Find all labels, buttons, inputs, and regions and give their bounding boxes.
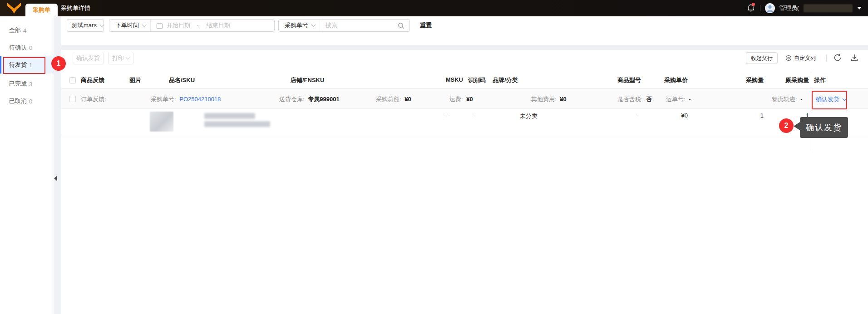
sidebar-label: 已完成 — [9, 80, 27, 88]
sidebar-item-completed[interactable]: 已完成 3 — [0, 75, 54, 93]
product-sku-redacted — [204, 121, 270, 127]
po-number-label: 采购单号: — [151, 96, 176, 103]
col-header-identify-code: 识别码 — [459, 76, 486, 84]
cell-msku: - — [415, 112, 447, 119]
row-checkbox[interactable] — [69, 96, 76, 102]
confirm-ship-label: 确认发货 — [76, 54, 100, 62]
topbar-right-cluster: 管理员( — [746, 0, 862, 16]
section-gap — [61, 45, 868, 50]
cell-identify-code: - — [447, 112, 476, 119]
waybill-value: - — [689, 96, 690, 103]
tab-purchase-order-detail[interactable]: 采购单详情 — [54, 0, 97, 16]
col-header-unit-price: 采购单价 — [651, 76, 688, 84]
chevron-down-icon — [142, 23, 147, 27]
custom-columns-label: 自定义列 — [794, 54, 816, 62]
tooltip-label: 确认发货 — [806, 122, 842, 133]
person-icon — [765, 3, 775, 13]
toolbar-divider — [826, 55, 827, 61]
sidebar-count: 0 — [29, 44, 32, 51]
annotation-badge-step2: 2 — [779, 118, 794, 133]
cell-unit-price: ¥0 — [652, 112, 688, 119]
col-header-feedback: 商品反馈 — [81, 76, 104, 84]
other-fee-value: ¥0 — [560, 96, 566, 103]
sidebar-item-cancelled[interactable]: 已取消 0 — [0, 93, 54, 110]
app-logo-icon — [6, 2, 22, 15]
freight-value: ¥0 — [466, 96, 473, 103]
waybill-label: 运单号: — [666, 96, 686, 103]
annotation-badge-step1: 1 — [51, 56, 66, 71]
chevron-down-icon — [126, 55, 130, 60]
annotation-box-step1 — [3, 57, 45, 74]
tooltip-arrow — [794, 122, 800, 130]
table-header-row: 商品反馈 图片 品名/SKU 店铺/FNSKU MSKU 识别码 品牌/分类 商… — [61, 72, 868, 89]
search-input[interactable]: 搜索 — [326, 21, 398, 29]
store-select-value: 测试mars — [72, 21, 97, 29]
annotation-box-step2 — [812, 91, 847, 109]
notification-bell-icon[interactable] — [746, 4, 755, 13]
tab-purchase-order[interactable]: 采购单 — [25, 4, 58, 16]
reset-label: 重置 — [420, 21, 432, 29]
select-all-checkbox[interactable] — [69, 77, 76, 83]
search-type-value: 采购单号 — [285, 21, 308, 29]
cell-brand-category: 未分类 — [520, 112, 538, 120]
sidebar-label: 待确认 — [9, 44, 27, 52]
main-content: 测试mars 下单时间 开始日期 ~ 结束日期 采购单号 搜 — [61, 16, 868, 314]
logistics-value: - — [800, 96, 802, 103]
reset-button[interactable]: 重置 — [420, 19, 432, 32]
print-label: 打印 — [112, 54, 124, 62]
purchase-order-page: 采购单 采购单详情 管理员( — [0, 0, 868, 314]
refresh-icon[interactable] — [833, 53, 842, 62]
tab-purchase-order-label: 采购单 — [33, 6, 50, 14]
freight-label: 运费: — [449, 96, 463, 103]
notification-dot — [752, 3, 755, 6]
search-type-select[interactable]: 采购单号 — [279, 21, 320, 29]
feedback-label: 订单反馈: — [81, 95, 106, 103]
sidebar-label: 已取消 — [9, 97, 27, 105]
target-icon — [785, 55, 792, 61]
end-date-input[interactable]: 结束日期 — [207, 21, 230, 29]
top-bar: 采购单 采购单详情 管理员( — [0, 0, 868, 16]
custom-columns-button[interactable]: 自定义列 — [785, 52, 816, 64]
date-range-separator: ~ — [197, 22, 200, 29]
start-date-input[interactable]: 开始日期 — [167, 21, 190, 29]
col-header-name-sku: 品名/SKU — [169, 76, 195, 84]
sidebar-collapse-icon[interactable] — [54, 176, 57, 181]
sidebar-item-pending-confirm[interactable]: 待确认 0 — [0, 39, 54, 56]
admin-label: 管理员( — [779, 4, 799, 12]
collapse-parent-rows-button[interactable]: 收起父行 — [746, 52, 778, 64]
col-header-image: 图片 — [129, 76, 141, 84]
col-header-actions: 操作 — [814, 76, 826, 84]
user-menu-caret-icon[interactable] — [857, 7, 862, 10]
cell-model: - — [604, 112, 639, 119]
col-header-qty: 采购量 — [732, 76, 764, 84]
calendar-icon — [156, 22, 163, 29]
col-header-brand-category: 品牌/分类 — [493, 76, 518, 84]
sidebar-item-all[interactable]: 全部 4 — [0, 22, 54, 39]
tax-value: 否 — [646, 96, 652, 103]
chevron-down-icon — [311, 23, 316, 27]
date-type-select[interactable]: 下单时间 — [109, 21, 150, 29]
po-number-link[interactable]: PO2504210018 — [179, 96, 221, 103]
product-image-redacted — [150, 112, 173, 132]
product-data-row: - - 未分类 - ¥0 1 1 — [61, 109, 868, 135]
annotation-step1-number: 1 — [57, 59, 61, 68]
tab-purchase-order-detail-label: 采购单详情 — [61, 4, 90, 12]
chevron-down-icon — [99, 23, 104, 27]
search-icon[interactable] — [398, 22, 404, 29]
print-button[interactable]: 打印 — [108, 52, 133, 64]
warehouse-label: 送货仓库: — [279, 96, 305, 103]
date-filter-group: 下单时间 开始日期 ~ 结束日期 — [109, 19, 275, 32]
col-header-model: 商品型号 — [604, 76, 641, 84]
download-icon[interactable] — [850, 53, 859, 62]
confirm-ship-button[interactable]: 确认发货 — [73, 52, 104, 64]
redacted-username — [804, 4, 853, 12]
user-avatar[interactable] — [765, 3, 775, 13]
sidebar-count: 0 — [29, 98, 32, 105]
col-header-original-qty: 原采购量 — [772, 76, 809, 84]
store-select[interactable]: 测试mars — [67, 19, 104, 32]
order-group-row: 订单反馈: 采购单号: PO2504210018 送货仓库: 专属999001 … — [61, 89, 868, 109]
total-amount-label: 采购总额: — [376, 96, 401, 103]
col-header-shop-fnsku: 店铺/FNSKU — [291, 76, 324, 84]
collapse-parent-label: 收起父行 — [751, 54, 773, 62]
other-fee-label: 其他费用: — [531, 96, 557, 103]
